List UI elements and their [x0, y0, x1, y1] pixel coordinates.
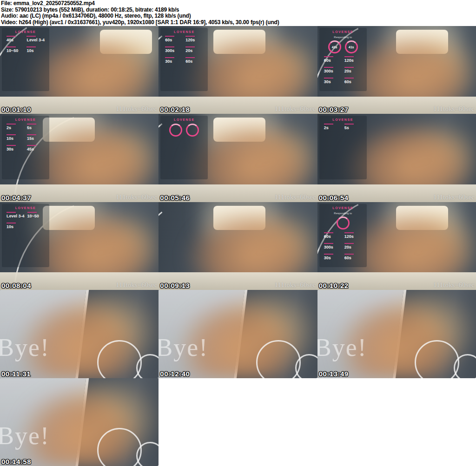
tip-menu-value: 300s [324, 243, 342, 249]
tip-menu-value: 60s [165, 36, 183, 42]
tip-menu-value: 120s [344, 56, 362, 63]
watermark-text: 111toks=60sec [433, 105, 475, 113]
video-thumbnail: Bye! 00:13:49 [317, 290, 476, 378]
tip-menu-value: 45s [27, 145, 45, 151]
video-thumbnail: LOVENSE Responding to 41s41s 60s120s300s… [317, 26, 476, 114]
watermark-text: 111toks=60sec [275, 281, 316, 289]
tip-menu-value: 15s [27, 134, 45, 141]
progress-ring [169, 124, 182, 137]
video-thumbnail: LOVENSE 111toks=60sec 00:05:46 [159, 114, 317, 202]
tip-menu-value: 2s [7, 124, 24, 130]
tip-menu-values: 60s120s300s20s30s60s [162, 36, 206, 64]
timestamp-badge: 00:06:54 [319, 194, 349, 202]
timestamp-badge: 00:12:40 [160, 370, 190, 378]
tip-menu-value: 60s [324, 56, 342, 63]
headboard-scrolls [97, 423, 159, 466]
tip-menu-value: 20s [344, 67, 362, 73]
progress-rings [321, 217, 365, 230]
headboard-scrolls [97, 335, 159, 378]
progress-rings [162, 124, 206, 137]
headboard-scrolls [415, 335, 476, 378]
tip-menu-value: 5s [27, 124, 45, 130]
lovense-overlay-panel: LOVENSE 2s5s [319, 116, 367, 179]
progress-rings: 41s41s [321, 40, 365, 53]
lovense-overlay-panel: LOVENSE 2s5s10s15s30s45s [2, 116, 49, 179]
timestamp-badge: 00:13:49 [319, 370, 349, 378]
watermark-text: 111toks=60sec [433, 193, 475, 201]
lovense-brand-label: LOVENSE [321, 118, 365, 121]
lovense-brand-label: LOVENSE [4, 118, 47, 121]
video-thumbnail: LOVENSE Responding to 60s120s300s20s30s6… [317, 202, 476, 290]
timestamp-badge: 00:01:10 [1, 105, 31, 113]
watermark-text: 111toks=60sec [116, 105, 157, 113]
file-size-line: Size: 579010213 bytes (552 MiB), duratio… [1, 7, 476, 13]
tip-menu-values: 60s120s300s20s30s60s [321, 232, 365, 260]
goodbye-caption: Bye! [0, 333, 50, 362]
progress-ring [337, 217, 350, 230]
lovense-overlay-panel: LOVENSE Responding to 41s41s 60s120s300s… [319, 28, 367, 91]
tip-menu-values: 40sLevel 3-410~5010s [4, 36, 47, 53]
lovense-brand-label: LOVENSE [321, 206, 365, 210]
lovense-brand-label: LOVENSE [162, 118, 206, 121]
lovense-overlay-panel: LOVENSE [160, 116, 208, 179]
lovense-overlay-panel: LOVENSE 40sLevel 3-410~5010s [2, 28, 49, 91]
video-thumbnail: LOVENSE 40sLevel 3-410~5010s 111toks=60s… [0, 26, 159, 114]
file-metadata-header: File: emma_lov2_202507250552.mp4 Size: 5… [0, 0, 476, 26]
lovense-brand-label: LOVENSE [4, 30, 47, 33]
tip-menu-values: 60s120s300s20s30s60s [321, 56, 365, 84]
tip-menu-value: 10s [7, 134, 24, 141]
tip-menu-values: 2s5s [321, 124, 365, 130]
tip-menu-values: Level 3-410~5010s [4, 212, 47, 229]
progress-ring: 41s [328, 40, 341, 53]
watermark-text: 111toks=60sec [433, 281, 475, 289]
timestamp-badge: 00:08:04 [1, 282, 31, 289]
tip-menu-value: 10~50 [27, 212, 45, 218]
video-thumbnail: LOVENSE 60s120s300s20s30s60s 111toks=60s… [159, 26, 317, 114]
tip-menu-value: Level 3-4 [26, 36, 45, 42]
goodbye-caption: Bye! [0, 421, 50, 450]
lovense-overlay-panel: LOVENSE Level 3-410~5010s [2, 204, 49, 267]
file-name-line: File: emma_lov2_202507250552.mp4 [1, 0, 476, 7]
responding-to-label: Responding to [321, 36, 365, 39]
thumbnail-grid: LOVENSE 40sLevel 3-410~5010s 111toks=60s… [0, 26, 476, 466]
lovense-brand-label: LOVENSE [321, 30, 365, 33]
timestamp-badge: 00:03:27 [319, 105, 349, 113]
goodbye-caption: Bye! [159, 333, 208, 362]
watermark-text: 111toks=60sec [275, 105, 316, 113]
timestamp-badge: 00:02:18 [160, 105, 190, 113]
video-thumbnail: LOVENSE 2s5s 111toks=60sec 00:06:54 [317, 114, 476, 202]
watermark-text: 111toks=60sec [275, 193, 316, 201]
tip-menu-value: 60s [185, 57, 203, 64]
timestamp-badge: 00:05:46 [160, 194, 190, 202]
tip-menu-value: 60s [324, 232, 342, 239]
tip-menu-value: 20s [344, 243, 362, 249]
video-thumbnail: 111toks=60sec 00:09:13 [159, 202, 317, 290]
tip-menu-value: 10s [26, 46, 45, 53]
video-thumbnail: LOVENSE 2s5s10s15s30s45s 111toks=60sec 0… [0, 114, 159, 202]
video-thumbnail: Bye! 00:11:31 [0, 290, 159, 378]
tip-menu-value: 300s [165, 46, 183, 53]
tip-menu-value: 30s [324, 78, 342, 84]
tip-menu-value: 20s [185, 46, 203, 53]
responding-to-label: Responding to [321, 212, 365, 215]
lovense-brand-label: LOVENSE [162, 30, 206, 33]
lovense-overlay-panel: LOVENSE Responding to 60s120s300s20s30s6… [319, 204, 367, 267]
timestamp-badge: 00:04:37 [1, 194, 31, 202]
tip-menu-value: 60s [344, 78, 362, 84]
lovense-brand-label: LOVENSE [4, 206, 47, 210]
timestamp-badge: 00:09:13 [160, 282, 190, 289]
progress-ring: 41s [345, 40, 358, 53]
video-info-line: Video: h264 (High) (avc1 / 0x31637661), … [1, 20, 476, 26]
timestamp-badge: 00:10:22 [319, 282, 349, 289]
tip-menu-value: 30s [165, 57, 183, 64]
tip-menu-value: 2s [324, 124, 342, 130]
tip-menu-value: 30s [7, 145, 24, 151]
tip-menu-values: 2s5s10s15s30s45s [4, 124, 47, 151]
goodbye-caption: Bye! [317, 333, 367, 362]
video-thumbnail: Bye! 00:12:40 [159, 290, 317, 378]
tip-menu-value: 40s [7, 36, 24, 42]
tip-menu-value: 60s [344, 254, 362, 260]
timestamp-badge: 00:14:58 [1, 458, 31, 466]
tip-menu-value: 5s [344, 124, 362, 130]
progress-ring [186, 124, 199, 137]
